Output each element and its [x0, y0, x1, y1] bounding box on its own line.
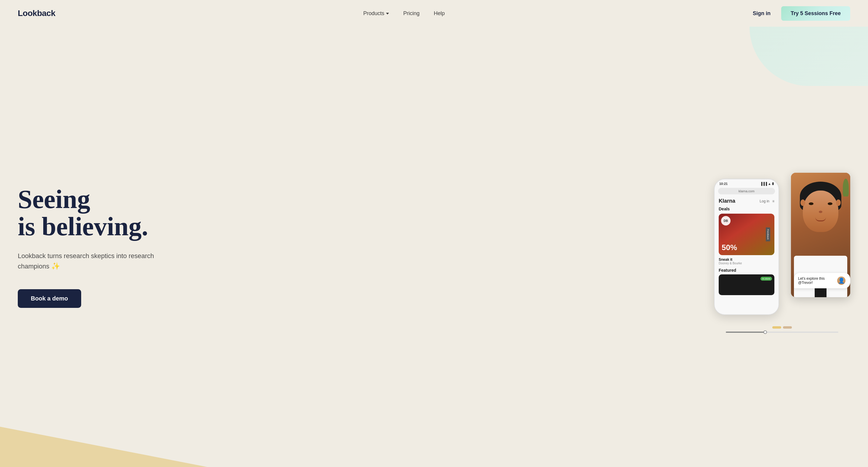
bg-shape-yellow — [0, 366, 207, 467]
featured-card: In-store — [719, 274, 774, 295]
brand-logo-overlay: DB — [721, 216, 731, 225]
battery-icon: ▮ — [772, 182, 774, 186]
pricing-link[interactable]: Pricing — [403, 10, 420, 16]
nav-right: Sign in Try 5 Sessions Free — [753, 6, 850, 21]
progress-dot-2[interactable] — [783, 326, 792, 329]
navbar: Lookback Products Pricing Help Sign in T… — [0, 0, 868, 27]
signal-icon: ▐▐▐ — [760, 182, 767, 186]
progress-bar-fill — [726, 332, 765, 333]
progress-area — [720, 326, 844, 333]
logo[interactable]: Lookback — [18, 9, 55, 18]
signal-icons: ▐▐▐ ▲ ▮ — [760, 182, 774, 186]
progress-indicator — [764, 331, 767, 334]
sign-in-link[interactable]: Sign in — [753, 10, 771, 17]
hero-section: Seeing is believing. Lookback turns rese… — [0, 27, 868, 467]
avatar-face: 👤 — [837, 277, 845, 285]
hero-subtext: Lookback turns research skeptics into re… — [18, 251, 154, 272]
wifi-icon: ▲ — [768, 182, 771, 186]
feedback-tab[interactable]: Feedback — [766, 227, 770, 241]
progress-dot-1[interactable] — [772, 326, 781, 329]
nav-item-products[interactable]: Products — [363, 10, 389, 17]
progress-dots — [772, 326, 792, 329]
address-bar[interactable]: klarna.com — [718, 188, 775, 194]
products-link[interactable]: Products — [363, 10, 389, 17]
phone-app-header: Klarna Log in ≡ — [715, 197, 778, 207]
book-demo-button[interactable]: Book a demo — [18, 289, 81, 308]
help-link[interactable]: Help — [434, 10, 445, 16]
deals-card: DB 50% Feedback — [719, 214, 774, 255]
phone-status-bar: 10:21 ▐▐▐ ▲ ▮ — [715, 179, 778, 187]
hero-heading: Seeing is believing. — [18, 186, 154, 241]
phone-content: Deals DB 50% Feedback Sneak it Dooney & … — [715, 207, 778, 295]
phone-mockup: 10:21 ▐▐▐ ▲ ▮ klarna.com Klarna Log in ≡… — [714, 179, 779, 315]
menu-icon[interactable]: ≡ — [772, 199, 774, 203]
bg-shape-green — [749, 27, 868, 86]
hero-content: Seeing is believing. Lookback turns rese… — [0, 186, 172, 308]
hero-mockup: 10:21 ▐▐▐ ▲ ▮ klarna.com Klarna Log in ≡… — [714, 173, 850, 321]
chevron-down-icon — [386, 13, 389, 14]
phone-header-right: Log in ≡ — [760, 199, 774, 203]
progress-bar — [726, 332, 838, 333]
try-free-button[interactable]: Try 5 Sessions Free — [781, 6, 850, 21]
nav-item-pricing[interactable]: Pricing — [403, 10, 420, 17]
chat-bubble: Let's explore this @Trevor! 👤 — [794, 273, 850, 288]
avatar: 👤 — [837, 276, 846, 285]
nav-links: Products Pricing Help — [363, 10, 445, 17]
face-panel: Let's explore this @Trevor! 👤 — [791, 173, 850, 297]
nav-item-help[interactable]: Help — [434, 10, 445, 17]
sparkle-icon: ✨ — [51, 262, 60, 270]
